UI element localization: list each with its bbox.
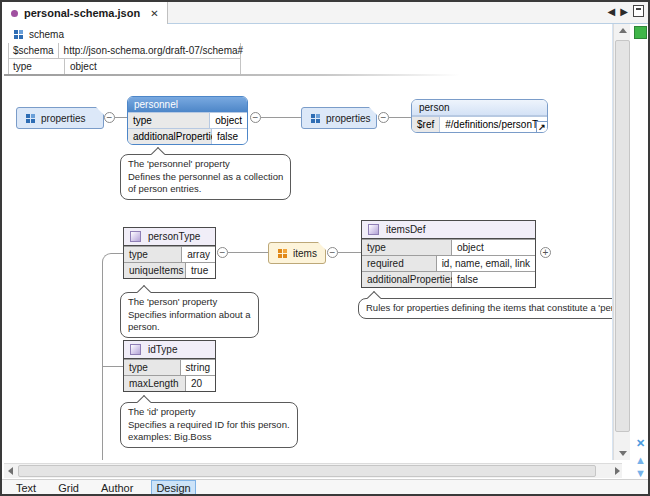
collapse-toggle[interactable]: − <box>104 112 115 123</box>
scroll-left-button[interactable] <box>4 464 17 479</box>
collapse-toggle[interactable]: − <box>217 247 228 258</box>
row-value: array <box>182 247 215 262</box>
editor-window: personal-schema.json ✕ ◀ ▶ schema $schem… <box>0 0 650 496</box>
items-node[interactable]: items <box>268 242 326 264</box>
table-row[interactable]: $schema http://json-schema.org/draft-07/… <box>8 43 241 59</box>
document-tab[interactable]: personal-schema.json ✕ <box>2 2 168 24</box>
idtype-node[interactable]: idType type string maxLength 20 <box>123 340 216 392</box>
back-icon[interactable]: ◀ <box>608 6 616 17</box>
table-row[interactable]: $ref #/definitions/personType <box>412 116 547 132</box>
document-valid-indicator[interactable] <box>634 26 647 39</box>
next-marker-icon[interactable]: ▼ <box>635 468 646 479</box>
schema-root-table[interactable]: schema $schema http://json-schema.org/dr… <box>8 27 241 75</box>
collapse-toggle[interactable]: − <box>327 247 338 258</box>
row-label: required <box>362 256 437 271</box>
document-list-icon[interactable] <box>633 5 644 17</box>
person-node-title: person <box>412 100 547 116</box>
table-row[interactable]: additionalProperties false <box>362 271 535 287</box>
table-row[interactable]: required id, name, email, link <box>362 255 535 271</box>
personnel-node-title: personnel <box>128 97 247 112</box>
tab-bar: personal-schema.json ✕ ◀ ▶ <box>2 2 648 24</box>
mode-tab-text[interactable]: Text <box>12 481 40 495</box>
expand-toggle[interactable]: + <box>540 247 551 258</box>
annotation-person: The 'person' property Specifies informat… <box>120 292 259 338</box>
annotation-personnel: The 'personnel' property Defines the per… <box>120 154 291 200</box>
table-row[interactable]: type string <box>124 359 215 375</box>
scroll-right-button[interactable] <box>609 464 622 479</box>
collapse-toggle[interactable]: − <box>378 112 389 123</box>
items-grid-icon <box>278 249 287 258</box>
mode-tab-author[interactable]: Author <box>97 481 137 495</box>
table-row[interactable]: type array <box>124 246 215 262</box>
properties-node-label: properties <box>41 113 85 124</box>
mode-bar: Text Grid Author Design <box>2 479 648 496</box>
table-row[interactable]: maxLength 20 <box>124 375 215 391</box>
properties-grid-icon <box>26 114 35 123</box>
vertical-scrollbar[interactable] <box>613 24 630 460</box>
scroll-down-button[interactable] <box>614 446 631 460</box>
table-row[interactable]: type object <box>362 239 535 255</box>
previous-marker-icon[interactable]: ▲ <box>635 455 646 466</box>
modified-indicator-icon <box>11 10 18 17</box>
scroll-up-button[interactable] <box>614 24 631 38</box>
row-value: id, name, email, link <box>437 256 535 271</box>
clear-markers-icon[interactable]: ✕ <box>636 437 645 450</box>
mode-tab-grid[interactable]: Grid <box>54 481 83 495</box>
properties-node-2[interactable]: properties <box>301 107 377 129</box>
annotation-id: The 'id' property Specifies a required I… <box>120 402 298 448</box>
collapse-toggle[interactable]: − <box>250 112 261 123</box>
vertical-scrollbar-thumb[interactable] <box>615 40 630 432</box>
schema-grid-icon <box>14 30 23 39</box>
person-node[interactable]: person $ref #/definitions/personType ↗ <box>411 99 548 133</box>
table-row[interactable]: type object <box>128 112 247 128</box>
document-tab-title: personal-schema.json <box>24 7 140 19</box>
schema-title: schema <box>29 29 64 40</box>
table-row[interactable]: additionalProperties false <box>128 128 247 144</box>
connector-line <box>115 117 127 118</box>
connector-line <box>338 252 361 253</box>
row-value: false <box>452 272 535 287</box>
connector-line <box>261 117 301 118</box>
row-value: 20 <box>186 376 215 391</box>
table-row[interactable]: type object <box>8 59 241 75</box>
itemsdef-node-title: itemsDef <box>386 224 425 235</box>
definition-icon <box>130 344 141 355</box>
forward-icon[interactable]: ▶ <box>620 6 628 17</box>
properties-node-1[interactable]: properties <box>16 107 104 129</box>
row-value: object <box>452 240 535 255</box>
connector-line <box>228 252 268 253</box>
row-label: maxLength <box>124 376 186 391</box>
horizontal-scrollbar[interactable] <box>4 463 622 478</box>
properties-grid-icon <box>311 114 320 123</box>
row-label: additionalProperties <box>128 129 212 144</box>
personnel-node[interactable]: personnel type object additionalProperti… <box>127 96 248 145</box>
row-value: object <box>210 113 247 128</box>
properties-node-label: properties <box>326 113 370 124</box>
validation-strip: ✕ ▲ ▼ <box>630 24 650 460</box>
definition-icon <box>130 231 141 242</box>
schema-row-label: $schema <box>9 43 59 58</box>
row-label: additionalProperties <box>362 272 452 287</box>
tab-close-icon[interactable]: ✕ <box>146 8 158 19</box>
separator-line <box>4 74 460 76</box>
items-node-label: items <box>293 248 317 259</box>
row-label: type <box>362 240 452 255</box>
itemsdef-node[interactable]: itemsDef type object required id, name, … <box>361 220 536 288</box>
annotation-items: Rules for properties defining the items … <box>358 298 613 319</box>
horizontal-scrollbar-thumb[interactable] <box>18 465 596 477</box>
table-row[interactable]: uniqueItems true <box>124 262 215 278</box>
fold-corner <box>96 107 104 115</box>
design-canvas[interactable]: schema $schema http://json-schema.org/dr… <box>4 24 613 460</box>
schema-row-value: object <box>65 59 240 74</box>
row-value: string <box>181 360 215 375</box>
connector-line <box>102 366 123 367</box>
fold-corner <box>318 242 326 250</box>
mode-tab-design[interactable]: Design <box>151 480 195 496</box>
idtype-node-title: idType <box>148 344 177 355</box>
definition-icon <box>368 224 379 235</box>
row-label: uniqueItems <box>124 263 186 278</box>
ref-link-icon[interactable]: ↗ <box>536 121 547 132</box>
row-value: true <box>186 263 215 278</box>
schema-row-value: http://json-schema.org/draft-07/schema# <box>59 43 249 58</box>
persontype-node[interactable]: personType type array uniqueItems true <box>123 227 216 279</box>
